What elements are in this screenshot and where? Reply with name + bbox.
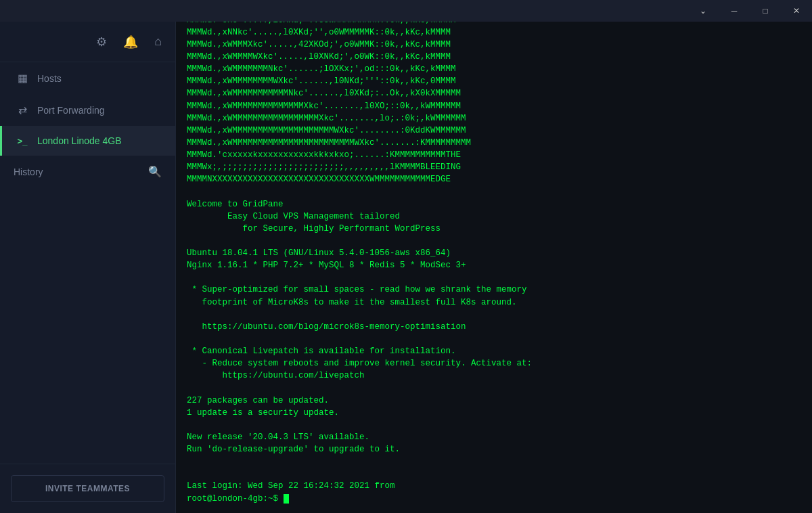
sidebar-item-hosts-label: Hosts <box>37 73 62 84</box>
sidebar-item-port-forwarding-label: Port Forwarding <box>37 105 105 116</box>
sidebar-item-history[interactable]: History 🔍 <box>0 156 175 187</box>
home-button[interactable]: ⌂ <box>152 32 164 51</box>
terminal-output[interactable]: MMMWOcccccc::::::::::::::::::::o0k,,kKc,… <box>176 22 812 513</box>
sidebar-top: ⚙ 🔔 ⌂ <box>0 22 175 62</box>
titlebar-controls: ⌄ ─ □ ✕ <box>687 0 812 22</box>
titlebar: ⌄ ─ □ ✕ <box>0 0 812 22</box>
close-button[interactable]: ✕ <box>781 0 812 22</box>
close-icon: ✕ <box>793 6 800 16</box>
settings-icon: ⚙ <box>96 35 107 49</box>
home-icon: ⌂ <box>154 35 162 49</box>
invite-teammates-button[interactable]: INVITE TEAMMATES <box>11 475 164 502</box>
settings-button[interactable]: ⚙ <box>93 32 110 52</box>
terminal-area: MMMWOcccccc::::::::::::::::::::o0k,,kKc,… <box>176 22 812 513</box>
minimize-icon: ─ <box>731 6 738 16</box>
maximize-icon: □ <box>763 6 767 16</box>
hosts-icon: ▦ <box>16 72 29 85</box>
nav-section: ▦ Hosts ⇄ Port Forwarding >_ London Lino… <box>0 62 175 464</box>
chevron-down-icon: ⌄ <box>700 6 706 16</box>
terminal-cursor <box>284 494 289 504</box>
terminal-icon: >_ <box>16 136 29 146</box>
port-forwarding-icon: ⇄ <box>16 104 29 116</box>
sidebar-item-port-forwarding[interactable]: ⇄ Port Forwarding <box>0 94 175 126</box>
maximize-button[interactable]: □ <box>750 0 781 22</box>
notifications-button[interactable]: 🔔 <box>120 32 141 52</box>
sidebar-bottom: INVITE TEAMMATES <box>0 464 175 513</box>
sidebar-item-hosts[interactable]: ▦ Hosts <box>0 62 175 94</box>
sidebar-item-history-label: History <box>14 166 148 177</box>
sidebar: ⚙ 🔔 ⌂ ▦ Hosts ⇄ Port Forwarding >_ <box>0 22 176 513</box>
minimize-button[interactable]: ─ <box>719 0 750 22</box>
sidebar-item-london-linode[interactable]: >_ London Linode 4GB <box>0 126 175 156</box>
search-icon: 🔍 <box>148 165 162 178</box>
main-layout: ⚙ 🔔 ⌂ ▦ Hosts ⇄ Port Forwarding >_ <box>0 22 812 513</box>
notifications-icon: 🔔 <box>123 35 138 49</box>
sidebar-item-london-linode-label: London Linode 4GB <box>37 135 122 146</box>
chevron-down-button[interactable]: ⌄ <box>687 0 719 22</box>
